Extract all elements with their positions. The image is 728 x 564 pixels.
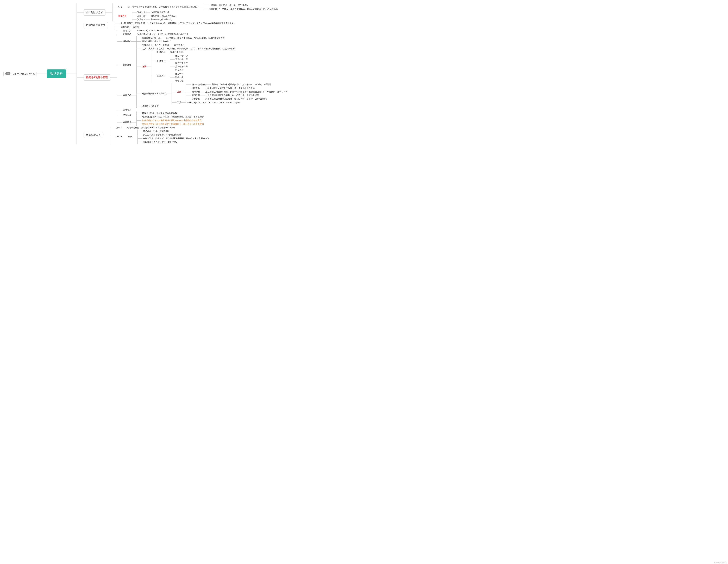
- s4-c-k: 数据清洗: [156, 60, 165, 63]
- mc-1-k: 现状分析: [137, 11, 146, 14]
- s4-c-3: 缺失数据处理: [175, 61, 188, 65]
- node-definition: 定义: [118, 5, 122, 9]
- branch-importance[interactable]: 数据分析的重要性: [84, 22, 108, 28]
- node-main-content: 主要内容: [118, 14, 127, 18]
- s4-c-1: 数据探索分析: [175, 54, 188, 58]
- s4-r-k: 数据规约: [156, 50, 165, 54]
- mc-1-v: 分析已经发生了什么: [150, 11, 170, 14]
- s3-k: 获取数据: [122, 40, 131, 43]
- imp-line-2: 简而言之：非常重要: [120, 25, 139, 29]
- imp-line-1: 数据分析帮助人们做出判断，以便采取适当的措施、发现机遇、创造新的商业价值，以及发…: [120, 22, 236, 25]
- s3-1-k: 要知道数据从哪儿来: [141, 36, 161, 40]
- badge-count: 24: [5, 72, 10, 75]
- s8-k: 数据应用: [122, 121, 131, 124]
- mc-3-v: 预测未来可能发生什么: [150, 18, 172, 21]
- branch-process[interactable]: 数据分析的基本流程: [84, 74, 110, 81]
- branch-tools-label: 数据分析工具: [84, 132, 103, 138]
- m5-v: 利用训练数据对数据进行分类，如：K-邻近、决策树、贝叶斯分类等: [205, 97, 267, 101]
- m3-v: 建立变量之间的数学模型，预测一个变量根据其他变量的变化，如：线性回归、逻辑回归等: [205, 90, 288, 94]
- s4-method: 方法: [141, 65, 146, 68]
- mc-3-k: 预测分析: [137, 18, 146, 21]
- s5-t-k: 工具: [177, 101, 181, 104]
- adv-2: 第三方扩展库不断更新，可用范围越来越广: [142, 133, 182, 137]
- m1-v: 利用统计值描述和总结数据特征，如：平均值、中位数、方差等等: [211, 83, 271, 86]
- s3-3-k: 要知道用什么手段去获取数据: [141, 43, 169, 47]
- m5-k: 分类分析: [191, 97, 200, 101]
- root-node[interactable]: 数据分析: [47, 69, 66, 78]
- branch-tools[interactable]: 数据分析工具: [84, 132, 103, 138]
- s4-r-v: 减小数据规模: [170, 50, 183, 54]
- s4-p-2: 数据计算: [175, 72, 184, 76]
- s1-v: Python、R、SPSS、Excel: [136, 29, 162, 33]
- m4-k: 时序分析: [191, 94, 200, 97]
- t-py-k: Python: [115, 135, 122, 138]
- s4-p-3: 数据分组: [175, 76, 184, 79]
- s4-def: 定义：从大量、杂乱无章、难以理解、缺失的数据中，提取并推导出对解决问题有价值、有…: [141, 47, 237, 50]
- s4-k: 数据处理: [122, 63, 131, 67]
- branch-importance-label: 数据分析的重要性: [84, 22, 108, 28]
- adv-4: 可以和其他语言进行对接，兼容性稳定: [142, 140, 178, 144]
- def-sub-2: 大量数据：Excel数据、数据库中的数据、收集的大量数据、网页爬取的数据: [208, 7, 278, 11]
- branch-what-is[interactable]: 什么是数据分析: [84, 9, 105, 16]
- left-branch: 24搭建Python数据分析环境: [3, 71, 47, 76]
- s3-3-v: 爬虫等手段: [174, 43, 185, 47]
- left-link-text: 搭建Python数据分析环境: [12, 73, 35, 75]
- s1-k: 熟悉工具: [122, 29, 131, 33]
- m2-v: 分析不同变量之间的相关程度，如：皮尔逊相关系数等: [205, 86, 255, 90]
- s2-k: 明确目的: [122, 33, 131, 36]
- s5-k: 数据分析: [122, 94, 131, 97]
- branch-process-label: 数据分析的基本流程: [84, 74, 110, 81]
- root-label: 数据分析: [47, 69, 66, 78]
- m3-k: 回归分析: [191, 90, 200, 94]
- mc-2-v: 分析为什么会出现这种现状: [150, 14, 176, 18]
- t-py-adv: 优势: [128, 135, 132, 139]
- adv-3: 在科学计算、数据分析、数学建模和数据挖掘方面占据越来越重要的地位: [142, 137, 209, 140]
- branch-what-is-label: 什么是数据分析: [84, 9, 105, 16]
- s4-p-k: 数据加工: [156, 74, 165, 78]
- s4-p-4: 数据转换: [175, 79, 184, 83]
- m2-k: 相关分析: [191, 86, 200, 90]
- s8-2: 如果看了数据分析的结果后并不知道做什么，那么这个分析是失败的: [141, 122, 204, 126]
- left-link-node[interactable]: 24搭建Python数据分析环境: [3, 71, 36, 76]
- s8-1: 如何将数据分析的结果应用在实际的业务中去才是数据分析的重点: [141, 119, 202, 122]
- t-excel-k: Excel: [115, 126, 121, 129]
- s5-t-v: Excel、Python、SQL、R、SPSS、SAS、Hadoop、Spark: [186, 101, 240, 104]
- s7-1: 可视化是数据分析结果呈现的重要步骤: [141, 112, 177, 115]
- s3-2-k: 要知道获取什么时间段内的数据: [141, 40, 171, 43]
- m4-v: 分析数据随时间变化的规律，如：趋势分析、季节性分析等: [205, 94, 259, 97]
- m1-k: 描述性统计分析: [191, 83, 206, 86]
- def-sub-1: 一些方法：利用数学、统计学、实践相结合: [208, 3, 248, 7]
- s4-c-4: 异常数据处理: [175, 65, 188, 68]
- t-excel-v: 此处不是重点，期待微软将GPT-4和整合进Excel中来: [126, 126, 175, 130]
- s4-p-1: 数据提取: [175, 68, 184, 72]
- s4-c-2: 重复数据处理: [175, 58, 188, 61]
- s5-sel: 选择合适的分析方法和工具: [141, 92, 167, 96]
- mc-2-k: 原因分析: [137, 14, 146, 18]
- s3-1-v: Excel数据、数据库中的数据、网站上的数据、公开的数据集等等: [165, 36, 224, 40]
- s5-th: 具备数据分析思维: [141, 104, 159, 108]
- s7-2: 可视化以图表的方式进行呈现，使结果更清晰、更直观、更容易理解: [141, 115, 204, 119]
- s2-v: 为什么要做数据分析、分析什么、想要达到什么样的效果: [136, 33, 189, 36]
- s7-k: 结果呈现: [122, 113, 131, 117]
- s5-m: 方法: [177, 90, 181, 94]
- adv-1: 简单易学、数据处理简单高效: [142, 130, 170, 133]
- s6-k: 验证结果: [122, 108, 131, 112]
- node-definition-text: 用一些方法对大量数据进行分析，从中提取有价值的信息并形成结论进行展示: [128, 5, 198, 9]
